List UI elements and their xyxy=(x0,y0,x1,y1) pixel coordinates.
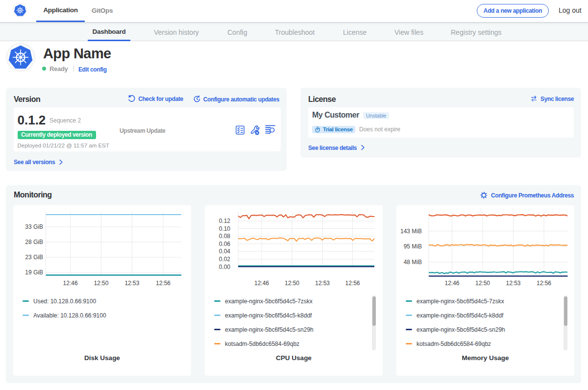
svg-text:12:53: 12:53 xyxy=(506,280,520,287)
svg-text:19 GiB: 19 GiB xyxy=(25,269,43,276)
svg-text:0.02: 0.02 xyxy=(219,256,231,263)
svg-text:12:46: 12:46 xyxy=(63,280,78,287)
svg-text:12:50: 12:50 xyxy=(285,280,299,287)
svg-text:0.00: 0.00 xyxy=(219,264,231,270)
svg-text:12:50: 12:50 xyxy=(475,280,490,287)
svg-text:12:53: 12:53 xyxy=(315,280,330,287)
svg-text:0.04: 0.04 xyxy=(219,248,231,255)
svg-text:28 GiB: 28 GiB xyxy=(25,239,43,245)
svg-text:12:46: 12:46 xyxy=(444,280,459,287)
svg-text:143 MiB: 143 MiB xyxy=(400,228,422,235)
svg-text:12:56: 12:56 xyxy=(537,280,551,287)
svg-text:12:56: 12:56 xyxy=(156,280,171,287)
svg-text:12:50: 12:50 xyxy=(94,280,108,287)
svg-text:12:56: 12:56 xyxy=(345,280,360,287)
svg-text:12:53: 12:53 xyxy=(124,280,139,287)
svg-text:33 GiB: 33 GiB xyxy=(25,223,43,230)
svg-text:0.06: 0.06 xyxy=(219,241,231,247)
svg-text:23 GiB: 23 GiB xyxy=(25,254,43,261)
svg-text:48 MiB: 48 MiB xyxy=(404,259,422,266)
svg-text:0.08: 0.08 xyxy=(219,233,231,240)
svg-text:12:46: 12:46 xyxy=(254,280,269,287)
svg-text:0.12: 0.12 xyxy=(219,218,231,224)
svg-text:0.10: 0.10 xyxy=(219,225,231,232)
svg-text:95 MiB: 95 MiB xyxy=(404,243,422,250)
